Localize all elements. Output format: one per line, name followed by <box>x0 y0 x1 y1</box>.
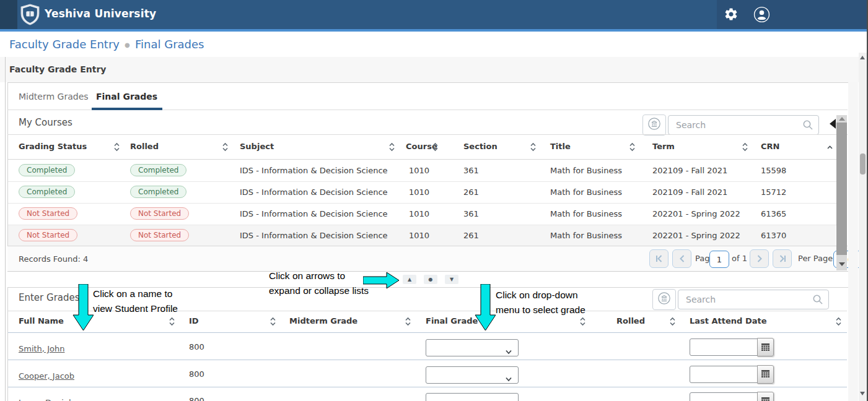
first-page-icon <box>655 253 663 265</box>
rolled-badge: Completed <box>130 185 186 198</box>
annotation-name-line2: view Student Profile <box>93 303 178 314</box>
last-page-button[interactable] <box>773 249 792 268</box>
mc-header-title[interactable]: Title <box>550 142 571 151</box>
student-name-link[interactable]: Cooper, Jacob <box>19 369 74 381</box>
sort-icon[interactable] <box>388 142 395 155</box>
search-icon <box>802 119 813 133</box>
enter-grades-search-input[interactable] <box>685 293 808 306</box>
page-scroll-up-icon[interactable] <box>860 56 865 59</box>
annotation-arrow-down-name-icon <box>72 284 94 334</box>
sort-icon[interactable] <box>742 142 748 155</box>
eg-header-id[interactable]: ID <box>189 316 199 326</box>
subject-cell: IDS - Information & Decision Science <box>240 166 388 175</box>
mc-header-crn[interactable]: CRN <box>761 142 779 151</box>
student-id-cell: 800 <box>189 396 204 401</box>
crn-cell: 15712 <box>761 188 786 197</box>
my-courses-search-input[interactable] <box>675 118 798 132</box>
sort-ascending-icon[interactable] <box>826 142 833 155</box>
calendar-button[interactable] <box>757 338 774 356</box>
page-scrollbar-thumb[interactable] <box>860 153 866 175</box>
tab-final-grades[interactable]: Final Grades <box>96 92 157 101</box>
mc-header-subject[interactable]: Subject <box>240 142 274 151</box>
grid-scrollbar-thumb[interactable] <box>836 123 847 255</box>
calendar-button[interactable] <box>757 365 774 384</box>
annotation-arrow-right-icon <box>363 271 400 292</box>
sort-icon[interactable] <box>270 316 276 329</box>
tab-midterm-grades[interactable]: Midterm Grades <box>19 92 89 101</box>
annotation-dropdown-line2: menu to select grade <box>496 304 585 316</box>
page-scroll-down-icon[interactable] <box>860 392 865 395</box>
mc-header-rolled[interactable]: Rolled <box>130 142 159 151</box>
splitter-reset-button[interactable]: ● <box>424 275 437 284</box>
last-page-icon <box>779 253 786 265</box>
calendar-button[interactable] <box>757 392 774 401</box>
final-grade-dropdown[interactable] <box>426 339 519 356</box>
eg-header-rolled[interactable]: Rolled <box>616 316 645 326</box>
chevron-down-icon <box>505 345 512 357</box>
page-scrollbar-track[interactable] <box>859 53 867 401</box>
mc-header-term[interactable]: Term <box>652 142 675 151</box>
user-profile-icon[interactable] <box>753 6 770 25</box>
sort-icon[interactable] <box>405 316 411 329</box>
collapse-down-icon: ▼ <box>450 277 454 282</box>
collapse-sidebar-arrow-icon[interactable] <box>830 119 836 129</box>
annotation-dropdown-line1: Click on drop-down <box>496 290 578 301</box>
sort-icon[interactable] <box>629 142 636 155</box>
per-page-label: Per Page <box>798 254 833 263</box>
last-attend-date-input[interactable] <box>690 366 758 383</box>
breadcrumb-final-grades[interactable]: Final Grades <box>135 38 204 51</box>
grading-status-badge: Not Started <box>19 207 77 220</box>
eg-header-final-grade[interactable]: Final Grade <box>426 316 478 326</box>
enter-grades-tools-button[interactable] <box>652 289 676 310</box>
grid-scroll-up-icon[interactable] <box>839 117 845 121</box>
sort-icon[interactable] <box>432 142 439 155</box>
crn-cell: 61365 <box>761 209 786 218</box>
splitter-dot-icon: ● <box>429 277 433 282</box>
chevron-down-icon <box>505 373 512 384</box>
expand-panel-button[interactable]: ▲ <box>403 275 416 284</box>
previous-page-button[interactable] <box>672 249 691 268</box>
section-cell: 261 <box>463 231 479 240</box>
yeshiva-shield-logo-icon[interactable] <box>20 4 40 28</box>
last-attend-date-input[interactable] <box>690 338 758 356</box>
sort-icon[interactable] <box>669 316 676 329</box>
collapse-panel-button[interactable]: ▼ <box>445 275 458 284</box>
eg-header-midterm-grade[interactable]: Midterm Grade <box>289 316 357 326</box>
previous-page-icon <box>679 253 685 265</box>
term-cell: 202109 - Fall 2021 <box>652 188 727 197</box>
sort-icon[interactable] <box>169 316 175 329</box>
first-page-button[interactable] <box>649 249 669 268</box>
sort-icon[interactable] <box>113 142 120 155</box>
eg-header-last-attend-date[interactable]: Last Attend Date <box>690 316 767 326</box>
grading-status-badge: Not Started <box>19 228 77 241</box>
final-grade-dropdown[interactable] <box>426 393 519 401</box>
sort-icon[interactable] <box>222 142 229 155</box>
settings-gear-icon[interactable] <box>724 7 739 24</box>
course-cell: 1010 <box>409 166 429 175</box>
my-courses-search <box>668 115 819 135</box>
student-id-cell: 800 <box>189 342 204 351</box>
last-attend-date-input[interactable] <box>690 392 758 401</box>
sort-icon[interactable] <box>579 316 586 329</box>
mc-header-section[interactable]: Section <box>463 142 498 151</box>
course-cell: 1010 <box>409 209 429 218</box>
rolled-badge: Completed <box>130 163 186 176</box>
next-page-button[interactable] <box>750 249 769 268</box>
mc-header-grading-status[interactable]: Grading Status <box>19 142 87 151</box>
breadcrumb-faculty-grade-entry[interactable]: Faculty Grade Entry <box>9 38 120 51</box>
subject-cell: IDS - Information & Decision Science <box>240 231 388 240</box>
student-name-link[interactable]: Jones, Daniel <box>19 396 71 401</box>
final-grade-dropdown[interactable] <box>426 366 519 384</box>
sort-icon[interactable] <box>530 142 537 155</box>
annotation-name-line1: Click on a name to <box>93 288 172 300</box>
grid-scroll-down-icon[interactable] <box>839 262 845 266</box>
grading-status-badge: Completed <box>19 163 75 176</box>
title-cell: Math for Business <box>550 166 622 175</box>
my-courses-tools-button[interactable] <box>642 114 666 136</box>
student-name-link[interactable]: Smith, John <box>19 342 64 354</box>
eg-header-full-name[interactable]: Full Name <box>19 316 64 326</box>
breadcrumb: Faculty Grade Entry ● Final Grades <box>0 32 868 58</box>
sort-icon[interactable] <box>835 316 842 329</box>
term-cell: 202109 - Fall 2021 <box>652 166 727 175</box>
page-number-input[interactable] <box>709 251 729 268</box>
